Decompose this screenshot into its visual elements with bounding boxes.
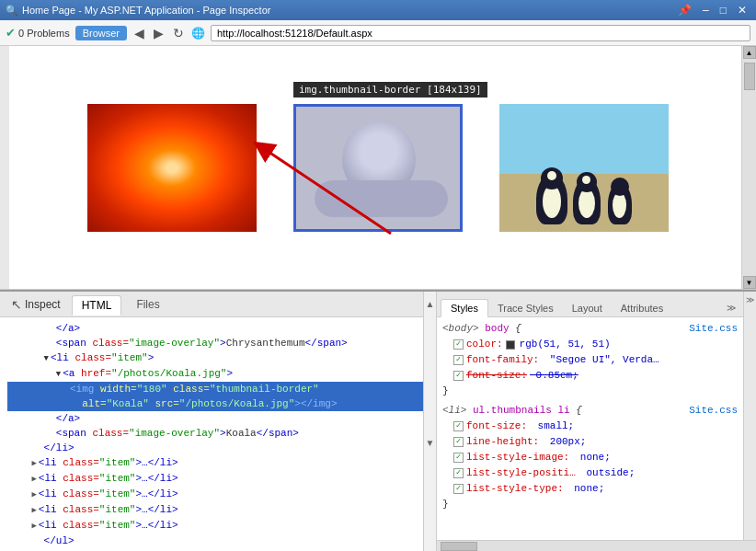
layout-tab[interactable]: Layout	[563, 300, 612, 316]
prop-name-font-size: font-size:	[466, 368, 527, 384]
penguins-container	[499, 104, 669, 232]
html-tree: </a> <span class="image-overlay">Chrysan…	[0, 317, 436, 551]
refresh-button[interactable]: ↻	[171, 26, 186, 40]
prop-checkbox-li-line-height[interactable]: ✓	[453, 437, 464, 447]
prop-value-li-list-style-pos: outside;	[580, 465, 635, 481]
bottom-panel: ↖ Inspect HTML Files </a> <span class="i…	[0, 290, 756, 551]
attributes-tab[interactable]: Attributes	[612, 300, 672, 316]
styles-scroll-thumb-h[interactable]	[441, 542, 477, 551]
browser-button[interactable]: Browser	[75, 26, 127, 40]
color-swatch	[506, 340, 515, 350]
prop-checkbox-li-list-style-image[interactable]: ✓	[453, 453, 464, 463]
flower-image	[87, 104, 257, 232]
tree-line: ▶<li class="item">…</li>	[7, 471, 429, 487]
tree-line: </li>	[7, 441, 429, 455]
prop-font-size: ✓ font-size: 0.85em;	[453, 368, 738, 384]
scroll-thumb[interactable]	[744, 63, 755, 90]
prop-value-color: rgb(51, 51, 51)	[520, 337, 611, 352]
forward-button[interactable]: ▶	[152, 26, 166, 40]
rule-file-body: Site.css	[689, 321, 738, 337]
prop-checkbox-color[interactable]: ✓	[453, 339, 464, 350]
tree-line-selected-cont: alt="Koala" src="/photos/Koala.jpg"></im…	[7, 396, 429, 411]
rule-selector-li: <li> ul.thumbnails li {	[442, 403, 582, 419]
tree-line-selected[interactable]: <img width="180" class="thumbnail-border…	[7, 382, 429, 396]
scroll-down-button[interactable]: ▼	[743, 276, 756, 289]
styles-expand-button[interactable]: ≫	[723, 299, 739, 316]
inspect-label: Inspect	[25, 298, 61, 311]
address-bar[interactable]	[211, 25, 750, 41]
prop-name-font-family: font-family:	[466, 352, 539, 368]
close-button[interactable]: ✕	[734, 4, 750, 17]
styles-panel-tabs: Styles Trace Styles Layout Attributes ≫	[437, 292, 743, 317]
maximize-button[interactable]: □	[716, 4, 730, 17]
browser-viewport: img.thumbnail-border [184x139]	[0, 46, 756, 290]
tree-line: ▶<li class="item">…</li>	[7, 487, 429, 502]
chevron-right-icon[interactable]: ≫	[746, 295, 754, 304]
chevron-up-icon[interactable]: ▲	[426, 299, 435, 309]
trace-styles-tab[interactable]: Trace Styles	[488, 300, 563, 316]
problems-badge: ✔ 0 Problems	[6, 26, 70, 40]
prop-value-font-family: "Segoe UI", Verda…	[544, 352, 659, 368]
prop-checkbox-font-family[interactable]: ✓	[453, 355, 464, 365]
koala-image	[293, 104, 463, 232]
prop-li-list-style-image: ✓ list-style-image: none;	[453, 450, 738, 465]
prop-name-li-line-height: line-height:	[466, 434, 539, 450]
prop-checkbox-li-list-style-pos[interactable]: ✓	[453, 468, 464, 478]
panel-expand-right[interactable]: ≫	[743, 292, 756, 551]
prop-name-color: color:	[466, 337, 503, 352]
prop-checkbox-li-list-style-type[interactable]: ✓	[453, 484, 464, 494]
back-button[interactable]: ◀	[132, 26, 146, 40]
prop-value-li-font-size: small;	[532, 419, 574, 434]
tree-line: </a>	[7, 411, 429, 426]
koala-container: img.thumbnail-border [184x139]	[293, 104, 463, 232]
prop-value-li-list-style-image: none;	[574, 450, 611, 465]
prop-name-li-list-style-pos: list-style-positi…	[466, 465, 576, 481]
prop-li-line-height: ✓ line-height: 200px;	[453, 434, 738, 450]
styles-panel: Styles Trace Styles Layout Attributes ≫ …	[437, 292, 743, 551]
prop-value-li-list-style-type: none;	[568, 481, 605, 497]
html-panel: ↖ Inspect HTML Files </a> <span class="i…	[0, 292, 437, 551]
pin-button[interactable]: 📌	[674, 4, 695, 17]
prop-font-family: ✓ font-family: "Segoe UI", Verda…	[453, 352, 738, 368]
tree-line: ▶<li class="item">…</li>	[7, 518, 429, 534]
tree-line: ▼<a href="/photos/Koala.jpg">	[7, 366, 429, 382]
tree-line: <span class="image-overlay">Chrysanthemu…	[7, 336, 429, 350]
tree-line: ▶<li class="item">…</li>	[7, 455, 429, 471]
tree-line: </a>	[7, 321, 429, 336]
tree-line: <span class="image-overlay">Koala</span>	[7, 426, 429, 441]
chevron-down-icon[interactable]: ▼	[426, 438, 435, 448]
prop-color: ✓ color: rgb(51, 51, 51)	[453, 337, 738, 352]
prop-checkbox-font-size[interactable]: ✓	[453, 371, 464, 381]
address-icon: 🌐	[191, 27, 205, 40]
files-tab[interactable]: Files	[127, 295, 168, 314]
style-rule-body: <body> body { Site.css ✓ color: rgb(51, …	[442, 321, 738, 399]
tree-line: ▶<li class="item">…</li>	[7, 502, 429, 518]
html-panel-expand[interactable]: ▲ ▼	[423, 292, 436, 551]
rule-selector-body: <body> body {	[442, 321, 521, 337]
prop-li-font-size: ✓ font-size: small;	[453, 419, 738, 434]
title-bar: 🔍 Home Page - My ASP.NET Application - P…	[0, 0, 756, 20]
browser-scrollbar[interactable]: ▲ ▼	[741, 46, 756, 289]
styles-tab[interactable]: Styles	[441, 299, 488, 317]
prop-li-list-style-type: ✓ list-style-type: none;	[453, 481, 738, 497]
html-panel-tabs: ↖ Inspect HTML Files	[0, 292, 436, 317]
styles-scrollbar-h[interactable]	[437, 540, 743, 551]
prop-checkbox-li-font-size[interactable]: ✓	[453, 421, 464, 431]
tree-line: </ul>	[7, 534, 429, 548]
flower-container	[87, 104, 257, 232]
rule-end-body: }	[442, 384, 738, 399]
cursor-icon: ↖	[11, 297, 22, 312]
inspect-tab[interactable]: ↖ Inspect	[6, 294, 66, 315]
toolbar: ✔ 0 Problems Browser ◀ ▶ ↻ 🌐	[0, 20, 756, 46]
check-icon: ✔	[6, 26, 16, 40]
style-rule-li: <li> ul.thumbnails li { Site.css ✓ font-…	[442, 403, 738, 512]
minimize-button[interactable]: –	[699, 4, 713, 17]
prop-value-font-size: 0.85em;	[530, 368, 578, 384]
html-tab[interactable]: HTML	[72, 295, 122, 316]
prop-name-li-list-style-type: list-style-type:	[466, 481, 564, 497]
title-bar-text: Home Page - My ASP.NET Application - Pag…	[22, 5, 270, 16]
prop-li-list-style-position: ✓ list-style-positi… outside;	[453, 465, 738, 481]
scroll-up-button[interactable]: ▲	[743, 46, 756, 59]
styles-content: <body> body { Site.css ✓ color: rgb(51, …	[437, 317, 743, 520]
rule-end-li: }	[442, 497, 738, 512]
